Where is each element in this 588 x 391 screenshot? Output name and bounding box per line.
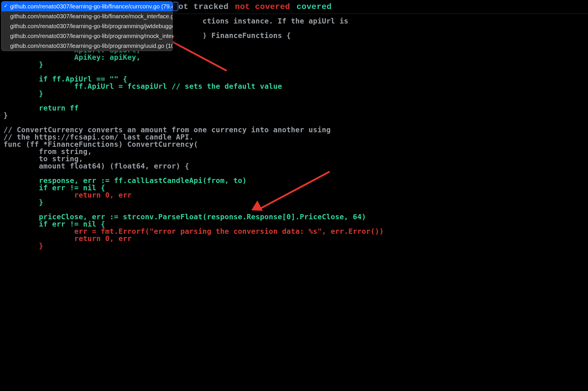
code-line: ff.ApiUrl = fcsapiUrl // sets the defaul… — [3, 82, 282, 90]
code-line: } — [3, 198, 43, 207]
dropdown-item-label: github.com/renato0307/learning-go-lib/pr… — [10, 23, 173, 29]
dropdown-item-4[interactable]: github.com/renato0307/learning-go-lib/pr… — [1, 41, 173, 51]
code-line: amount float64) (float64, error) { — [3, 162, 189, 170]
coverage-source-view: ctions instance. If the apiUrl is ) Fina… — [3, 17, 585, 249]
dropdown-item-1[interactable]: github.com/renato0307/learning-go-lib/fi… — [1, 11, 173, 21]
dropdown-item-label: github.com/renato0307/learning-go-lib/fi… — [10, 3, 173, 10]
dropdown-item-label: github.com/renato0307/learning-go-lib/fi… — [10, 13, 173, 19]
code-line: return ff — [3, 104, 79, 112]
code-line: } — [3, 242, 43, 250]
file-select-dropdown[interactable]: ✓github.com/renato0307/learning-go-lib/f… — [1, 1, 173, 51]
legend-not-tracked: not tracked — [173, 2, 228, 11]
dropdown-item-3[interactable]: github.com/renato0307/learning-go-lib/pr… — [1, 31, 173, 41]
dropdown-item-label: github.com/renato0307/learning-go-lib/pr… — [10, 33, 173, 39]
dropdown-item-2[interactable]: github.com/renato0307/learning-go-lib/pr… — [1, 21, 173, 31]
code-line: } — [3, 89, 43, 98]
check-icon: ✓ — [4, 3, 8, 9]
legend-covered: covered — [297, 2, 332, 11]
code-line: } — [3, 111, 8, 120]
file-select-dropdown-edge[interactable] — [173, 2, 178, 11]
code-line: } — [3, 60, 43, 69]
dropdown-item-0[interactable]: ✓github.com/renato0307/learning-go-lib/f… — [1, 1, 173, 11]
legend-not-covered: not covered — [235, 2, 290, 11]
dropdown-item-label: github.com/renato0307/learning-go-lib/pr… — [10, 43, 173, 49]
